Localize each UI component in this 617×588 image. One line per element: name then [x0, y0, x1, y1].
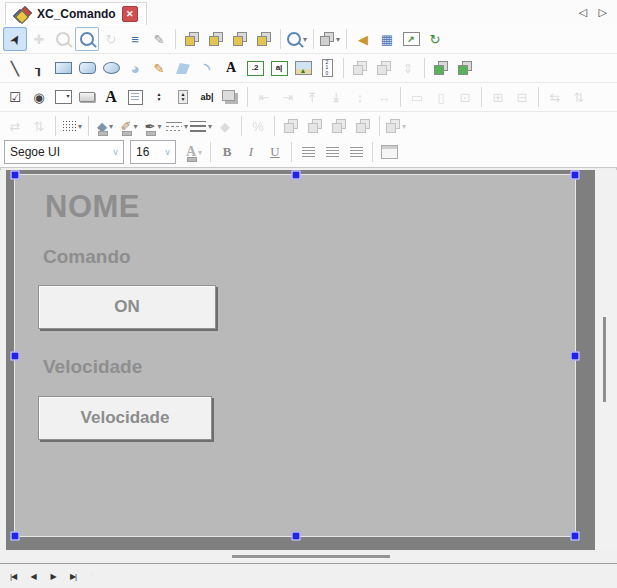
level-menu-button[interactable]: ▾ — [384, 114, 408, 138]
fill-effects-button[interactable]: ◆ — [213, 114, 237, 138]
same-width-button[interactable]: ▭ — [405, 85, 429, 109]
zoom-level-button[interactable]: ▾ — [285, 27, 309, 51]
font-color-button[interactable]: A ▾ — [182, 140, 206, 164]
selection-handle-top-right[interactable] — [571, 171, 580, 180]
alarm-object-button[interactable]: ◀ — [351, 27, 375, 51]
arc-tool-button[interactable]: ◝ — [195, 56, 219, 80]
bold-button[interactable]: B — [215, 140, 239, 164]
scale-object-button[interactable]: 2 1 0 — [315, 56, 339, 80]
pan-tool-button[interactable]: ✚ — [27, 27, 51, 51]
selection-handle-bottom-left[interactable] — [11, 532, 20, 541]
line-color-button[interactable]: ✒▾ — [141, 114, 165, 138]
level-back-button[interactable] — [351, 114, 375, 138]
underline-button[interactable]: U — [263, 140, 287, 164]
query-object-button[interactable]: ▦ — [375, 27, 399, 51]
align-right-objects-button[interactable]: ⇥ — [276, 85, 300, 109]
group-objects-button[interactable] — [348, 56, 372, 80]
font-size-combobox[interactable]: 16 ∨ — [130, 140, 176, 164]
text-tool-button[interactable]: A — [219, 56, 243, 80]
playback-object-button[interactable]: ↻ — [423, 27, 447, 51]
form-title-text[interactable]: NOME — [45, 189, 140, 225]
picture-object-button[interactable]: ▲ — [291, 56, 315, 80]
text-align-left-button[interactable] — [296, 140, 320, 164]
selection-handle-middle-left[interactable] — [11, 352, 20, 361]
zoom-tool-button[interactable] — [51, 27, 75, 51]
space-across-button[interactable]: ⇆ — [543, 85, 567, 109]
bring-to-front-button[interactable] — [180, 27, 204, 51]
ellipse-tool-button[interactable] — [99, 56, 123, 80]
zoom-area-tool-button[interactable] — [75, 27, 99, 51]
speed-label[interactable]: Velocidade — [43, 356, 142, 378]
selection-handle-bottom-center[interactable] — [292, 532, 301, 541]
selection-handle-middle-right[interactable] — [571, 352, 580, 361]
line-style-button[interactable]: ▾ — [165, 114, 189, 138]
space-down-button[interactable]: ⇅ — [567, 85, 591, 109]
tab-order-button[interactable]: ≡ — [123, 27, 147, 51]
rotate-tool-button[interactable]: ↻ — [99, 27, 123, 51]
tab-scroll-left-button[interactable]: ◁ — [579, 6, 587, 19]
center-horizontally-button[interactable]: ↔ — [372, 85, 396, 109]
line-width-button[interactable]: ▾ — [189, 114, 213, 138]
last-tab-button[interactable]: ▶| — [64, 572, 82, 581]
italic-button[interactable]: I — [239, 140, 263, 164]
selection-handle-top-center[interactable] — [292, 171, 301, 180]
fill-color-button[interactable]: ◆▾ — [93, 114, 117, 138]
document-tab-xc-comando[interactable]: XC_Comando ✕ — [5, 2, 147, 25]
center-vertically-button[interactable]: ↕ — [348, 85, 372, 109]
chart-object-button[interactable]: ↗ — [399, 27, 423, 51]
screen-form[interactable]: NOME Comando ON Velocidade Velocidade — [15, 175, 575, 536]
label-control-button[interactable]: A — [99, 85, 123, 109]
font-family-combobox[interactable]: Segoe UI ∨ — [4, 140, 124, 164]
close-tab-icon[interactable]: ✕ — [122, 6, 138, 22]
vertical-scrollbar-thumb[interactable] — [603, 317, 606, 402]
nudge-horizontal-button[interactable]: ⇄ — [3, 114, 27, 138]
display-value-button[interactable]: .2 — [243, 56, 267, 80]
text-align-right-button[interactable] — [344, 140, 368, 164]
edit-vertices-button[interactable]: ✎ — [147, 27, 171, 51]
updown-control-button[interactable]: ▲ ▼ — [147, 85, 171, 109]
same-size-button[interactable]: ⊡ — [453, 85, 477, 109]
text-align-center-button[interactable] — [320, 140, 344, 164]
rectangle-tool-button[interactable] — [51, 56, 75, 80]
send-to-back-button[interactable] — [204, 27, 228, 51]
radio-control-button[interactable]: ◉ — [27, 85, 51, 109]
grid-toggle-button[interactable]: ▾ — [60, 114, 84, 138]
clone-object-button[interactable] — [429, 56, 453, 80]
roundrect-tool-button[interactable] — [75, 56, 99, 80]
selection-handle-bottom-right[interactable] — [571, 532, 580, 541]
edit-control-button[interactable]: ab| — [195, 85, 219, 109]
percent-visibility-button[interactable]: % — [246, 114, 270, 138]
flip-vertical-button[interactable]: ⇕ — [396, 56, 420, 80]
pencil-tool-button[interactable]: ✎ — [147, 56, 171, 80]
checkbox-control-button[interactable]: ☑ — [3, 85, 27, 109]
textbox-control-button[interactable]: a| — [267, 56, 291, 80]
speed-button[interactable]: Velocidade — [38, 396, 212, 440]
combobox-control-button[interactable] — [51, 85, 75, 109]
vertical-scrollbar[interactable] — [595, 170, 617, 550]
previous-tab-button[interactable]: ◀ — [24, 572, 42, 581]
level-up-button[interactable] — [279, 114, 303, 138]
send-backward-button[interactable] — [252, 27, 276, 51]
ungroup-objects-button[interactable] — [372, 56, 396, 80]
bring-forward-button[interactable] — [228, 27, 252, 51]
group-menu-button[interactable]: ▾ — [318, 27, 342, 51]
nudge-vertical-button[interactable]: ⇅ — [27, 114, 51, 138]
tab-scroll-right-button[interactable]: ▷ — [599, 6, 607, 19]
command-label[interactable]: Comando — [43, 246, 131, 268]
horizontal-scrollbar[interactable] — [0, 550, 617, 563]
polygon-tool-button[interactable] — [171, 56, 195, 80]
center-vertical-window-button[interactable]: ⊟ — [510, 85, 534, 109]
center-horizontal-window-button[interactable]: ⊞ — [486, 85, 510, 109]
align-bottom-objects-button[interactable]: ⇥ — [324, 85, 348, 109]
on-button[interactable]: ON — [38, 285, 216, 329]
clone-object-new-button[interactable] — [453, 56, 477, 80]
listbox-control-button[interactable] — [123, 85, 147, 109]
level-down-button[interactable] — [303, 114, 327, 138]
button-control-button[interactable] — [75, 85, 99, 109]
level-front-button[interactable] — [327, 114, 351, 138]
same-height-button[interactable]: ▯ — [429, 85, 453, 109]
fit-text-button[interactable] — [377, 140, 401, 164]
line-tool-button[interactable]: ╲ — [3, 56, 27, 80]
selection-handle-top-left[interactable] — [11, 171, 20, 180]
slider-control-button[interactable]: ▲ ▼ — [171, 85, 195, 109]
